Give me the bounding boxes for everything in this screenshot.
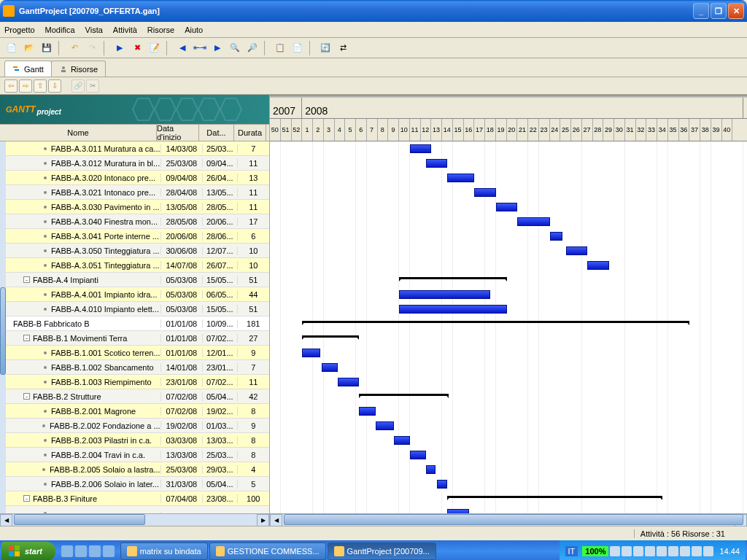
task-row[interactable]: FABB-A.3.051 Tinteggiatura ...14/07/0826… [6, 258, 269, 273]
quick-launch-icon[interactable] [89, 545, 101, 557]
gantt-bar[interactable] [376, 421, 394, 430]
task-row[interactable]: FABB-B.2.005 Solaio a lastra...25/03/082… [6, 462, 269, 477]
paste-icon[interactable]: 📄 [290, 41, 305, 55]
battery-indicator[interactable]: 100% [582, 546, 608, 556]
gantt-chart-body[interactable] [270, 141, 747, 513]
language-indicator[interactable]: IT [565, 546, 578, 556]
summary-bar[interactable] [359, 394, 448, 396]
maximize-button[interactable]: ❐ [711, 3, 727, 19]
summary-bar[interactable] [302, 321, 689, 323]
copy-icon[interactable]: 📋 [273, 41, 287, 55]
nav-center-icon[interactable]: ⇤⇥ [193, 41, 207, 55]
menu-aiuto[interactable]: Aiuto [185, 26, 203, 34]
gantt-bar[interactable] [338, 378, 360, 386]
tab-gantt[interactable]: Gantt [4, 61, 52, 77]
gantt-bar[interactable] [474, 188, 496, 197]
scroll-left-icon[interactable]: ◀ [270, 514, 282, 526]
taskbar-item[interactable]: GESTIONE COMMESS... [209, 542, 326, 560]
task-row[interactable]: FABB-A.3.012 Muratura in bl...25/03/0809… [6, 156, 269, 171]
tray-icon[interactable] [645, 546, 655, 556]
start-button[interactable]: start [1, 542, 55, 560]
gantt-bar[interactable] [399, 290, 490, 299]
tray-icon[interactable] [680, 546, 690, 556]
quick-launch-icon[interactable] [61, 545, 73, 557]
menu-risorse[interactable]: Risorse [147, 26, 174, 34]
nav-right-icon[interactable]: ⇨ [19, 79, 32, 93]
expander-icon[interactable]: - [23, 335, 30, 341]
tray-icon[interactable] [703, 546, 713, 556]
nav-left-icon[interactable]: ⇦ [4, 79, 18, 93]
expander-icon[interactable]: - [23, 495, 30, 502]
col-start-header[interactable]: Data d'inizio [157, 125, 199, 141]
vertical-scrollbar[interactable] [0, 141, 6, 513]
tray-icon[interactable] [668, 546, 678, 556]
scrollbar-thumb[interactable] [0, 287, 6, 375]
task-row[interactable]: FABB-A.3.021 Intonaco pre...28/04/0813/0… [6, 185, 269, 200]
task-row[interactable]: FABB-B Fabbricato B01/01/0810/09...181 [6, 316, 269, 331]
quick-launch-icon[interactable] [75, 545, 87, 557]
tray-icon[interactable] [622, 546, 632, 556]
summary-bar[interactable] [447, 496, 662, 498]
menu-vista[interactable]: Vista [85, 26, 103, 34]
new-icon[interactable]: 📄 [4, 41, 19, 55]
task-row[interactable]: FABB-A.4.010 Impianto elett...05/03/0815… [6, 302, 269, 316]
task-row[interactable]: FABB-A.3.020 Intonaco pre...09/04/0826/0… [6, 171, 269, 185]
col-dur-header[interactable]: Durata [234, 125, 266, 141]
move-down-icon[interactable]: ⇩ [48, 79, 61, 93]
expander-icon[interactable]: - [23, 393, 30, 400]
zoom-out-icon[interactable]: 🔎 [245, 41, 260, 55]
gantt-bar[interactable] [399, 305, 507, 314]
gantt-bar[interactable] [447, 174, 474, 182]
gantt-bar[interactable] [426, 465, 436, 474]
delete-icon[interactable]: ✖ [130, 41, 144, 55]
gantt-bar[interactable] [410, 144, 432, 153]
nav-next-icon[interactable]: ▶ [210, 41, 225, 55]
summary-bar[interactable] [399, 277, 507, 279]
gantt-bar[interactable] [496, 203, 518, 211]
task-row[interactable]: FABB-B.2.002 Fondazione a ...19/02/0801/… [6, 419, 269, 433]
redo-icon[interactable]: ↷ [85, 41, 99, 55]
clock[interactable]: 14.44 [719, 547, 740, 556]
expander-icon[interactable]: - [23, 276, 30, 283]
task-row[interactable]: FABB-A.3.030 Pavimento in ...13/05/0828/… [6, 200, 269, 214]
task-row[interactable]: FABB-A.4.001 Impianto idra...05/03/0806/… [6, 287, 269, 302]
unlink-icon[interactable]: ✂ [86, 79, 99, 93]
gantt-bar[interactable] [410, 451, 426, 459]
col-end-header[interactable]: Dat... [199, 125, 234, 141]
menu-progetto[interactable]: Progetto [4, 26, 35, 34]
task-row[interactable]: FABB-B.1.003 Riempimento23/01/0807/02...… [6, 375, 269, 389]
tray-icon[interactable] [692, 546, 702, 556]
task-row[interactable]: FABB-B.2.001 Magrone07/02/0819/02...8 [6, 404, 269, 419]
task-row[interactable]: FABB-B.2.004 Travi in c.a.13/03/0825/03.… [6, 448, 269, 462]
open-icon[interactable]: 📂 [22, 41, 36, 55]
minimize-button[interactable]: _ [693, 3, 709, 19]
gantt-bar[interactable] [302, 349, 320, 357]
task-row[interactable]: -FABB-B.2 Strutture07/02/0805/04...42 [6, 389, 269, 404]
gantt-bar[interactable] [517, 217, 549, 226]
compare-icon[interactable]: ⇄ [336, 41, 350, 55]
gantt-bar[interactable] [437, 480, 448, 489]
gantt-bar[interactable] [566, 246, 588, 255]
task-row[interactable]: FABB-A.3.011 Muratura a ca...14/03/0825/… [6, 141, 269, 156]
task-row[interactable]: FABB-B.2.003 Pilastri in c.a.03/03/0813/… [6, 433, 269, 448]
undo-icon[interactable]: ↶ [67, 41, 82, 55]
zoom-in-icon[interactable]: 🔍 [228, 41, 242, 55]
left-horizontal-scrollbar[interactable]: ◀ ▶ [0, 513, 269, 526]
link-icon[interactable]: 🔗 [71, 79, 85, 93]
scroll-right-icon[interactable]: ▶ [257, 514, 269, 526]
quick-launch-icon[interactable] [103, 545, 115, 557]
task-row[interactable]: FABB-B.1.001 Scotico terren...01/01/0812… [6, 346, 269, 360]
tray-icon[interactable] [610, 546, 620, 556]
menu-modifica[interactable]: Modifica [45, 26, 75, 34]
task-row[interactable]: FABB-B.2.006 Solaio in later...31/03/080… [6, 477, 269, 491]
summary-bar[interactable] [302, 335, 359, 338]
gantt-bar[interactable] [394, 436, 410, 445]
scroll-left-icon[interactable]: ◀ [0, 514, 12, 526]
task-row[interactable]: -FABB-A.4 Impianti05/03/0815/05...51 [6, 273, 269, 287]
arrow-right-icon[interactable]: ▶ [112, 41, 127, 55]
move-up-icon[interactable]: ⇧ [34, 79, 47, 93]
task-row[interactable]: FABB-A.3.050 Tinteggiatura ...30/06/0812… [6, 244, 269, 258]
col-name-header[interactable]: Nome [0, 125, 157, 141]
task-row[interactable]: FABB-B.1.002 Sbancamento14/01/0823/01...… [6, 360, 269, 375]
tab-risorse[interactable]: Risorse [51, 61, 106, 77]
